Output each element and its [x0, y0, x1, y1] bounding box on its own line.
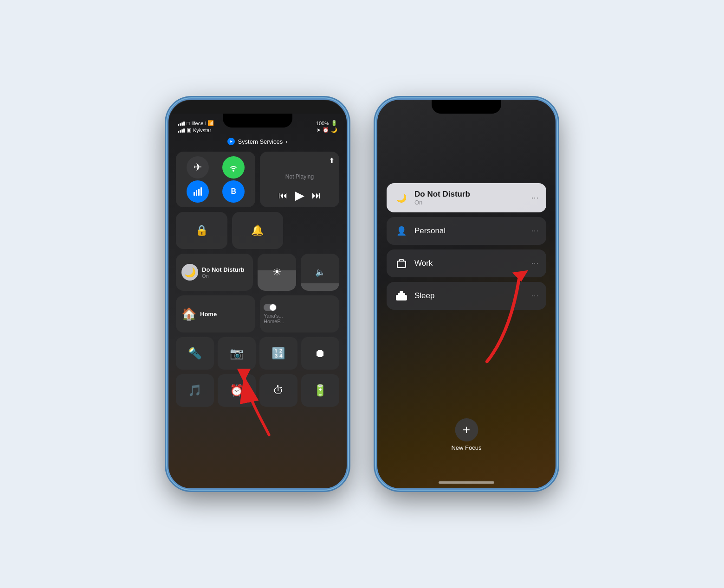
location-icon: ➤ — [317, 127, 321, 133]
battery-icon: 🔋 — [331, 120, 337, 126]
bluetooth-button[interactable]: B — [222, 180, 245, 203]
play-button[interactable]: ▶ — [295, 188, 304, 203]
alarm-icon: ⏰ — [323, 127, 329, 133]
next-button[interactable]: ⏭ — [312, 190, 321, 201]
dnd-more-button[interactable]: ··· — [531, 194, 539, 202]
dnd-focus-label: Do Not Disturb — [414, 190, 526, 199]
personal-focus-icon: 👤 — [394, 224, 409, 238]
sleep-more-button[interactable]: ··· — [531, 292, 539, 300]
moon-icon: 🌙 — [331, 127, 337, 133]
system-services-label: System Services — [238, 138, 283, 145]
svg-rect-2 — [198, 189, 200, 196]
home-indicator-2 — [439, 481, 494, 484]
home-tile[interactable]: 🏠 Home — [176, 295, 255, 332]
media-controls: ⏮ ▶ ⏭ — [265, 188, 335, 203]
personal-focus-label: Personal — [414, 226, 526, 236]
airplane-mode-button[interactable]: ✈ — [187, 156, 209, 179]
notch-1 — [223, 114, 292, 128]
homekit-label: Yana's...HomeP... — [264, 313, 336, 324]
battery-pct: 100% — [316, 121, 329, 126]
row-quick-2: 🎵 ⏰ ⏱ 🔋 — [176, 374, 339, 407]
screen-lock-icon: 🔒 — [195, 224, 208, 236]
svg-rect-0 — [194, 192, 195, 196]
screen-record-tile[interactable]: ⏺ — [301, 337, 339, 370]
shazam-tile[interactable]: 🎵 — [176, 374, 214, 407]
dnd-title: Do Not Disturb — [202, 266, 247, 273]
focus-menu: 🌙 Do Not Disturb On ··· 👤 Personal ··· — [387, 183, 546, 310]
media-tile: ⬆ Not Playing ⏮ ▶ ⏭ — [260, 152, 339, 207]
svg-rect-3 — [200, 187, 202, 196]
signal-bars-1 — [178, 121, 185, 126]
calculator-tile[interactable]: 🔢 — [259, 337, 297, 370]
dnd-moon-icon: 🌙 — [181, 264, 198, 281]
row-quick: 🔦 📷 🔢 ⏺ — [176, 337, 339, 370]
add-focus-icon: + — [455, 418, 478, 441]
row-2: 🔒 🔔 — [176, 212, 339, 249]
focus-bg: 🌙 Do Not Disturb On ··· 👤 Personal ··· — [377, 100, 556, 488]
carrier-1: lifecell — [192, 121, 206, 126]
home-label: Home — [200, 311, 217, 318]
prev-button[interactable]: ⏮ — [278, 190, 288, 201]
notch-2 — [432, 100, 501, 114]
dnd-focus-sublabel: On — [414, 199, 526, 206]
wifi-toggle[interactable] — [222, 156, 245, 179]
connectivity-tile: ✈ — [176, 152, 255, 207]
screen-lock-tile[interactable]: 🔒 — [176, 212, 227, 249]
personal-more-button[interactable]: ··· — [531, 227, 539, 235]
sleep-focus-label: Sleep — [414, 291, 526, 300]
chevron-icon: › — [285, 138, 287, 145]
signal-bars-2 — [178, 128, 185, 133]
cellular-button[interactable] — [187, 180, 209, 203]
svg-rect-6 — [397, 261, 406, 268]
volume-tile[interactable]: 🔈 — [301, 254, 339, 291]
brightness-icon: ☀ — [272, 266, 282, 278]
svg-rect-9 — [400, 291, 403, 294]
clock-tile[interactable]: ⏰ — [218, 374, 256, 407]
do-not-disturb-tile[interactable]: 🌙 Do Not Disturb On — [176, 254, 253, 291]
airplay-icon[interactable]: ⬆ — [329, 156, 335, 165]
focus-item-sleep[interactable]: Sleep ··· — [387, 282, 546, 310]
mute-icon: 🔔 — [251, 224, 264, 236]
phone-2-screen: 🌙 Do Not Disturb On ··· 👤 Personal ··· — [377, 100, 556, 488]
location-arrow-icon: ➤ — [227, 138, 235, 145]
new-focus-button[interactable]: + New Focus — [451, 418, 481, 451]
media-title: Not Playing — [265, 173, 335, 180]
focus-item-personal[interactable]: 👤 Personal ··· — [387, 217, 546, 245]
new-focus-label: New Focus — [451, 444, 481, 451]
work-focus-label: Work — [414, 259, 526, 268]
work-focus-icon — [394, 256, 409, 271]
focus-item-dnd[interactable]: 🌙 Do Not Disturb On ··· — [387, 183, 546, 212]
phone-1-screen: □ lifecell 📶 ▣ Kyivstar 100% — [168, 100, 347, 488]
sleep-focus-icon — [394, 288, 409, 303]
homekit-tile[interactable]: Yana's...HomeP... — [260, 295, 339, 332]
phone-1: □ lifecell 📶 ▣ Kyivstar 100% — [167, 98, 348, 490]
phone-2: 🌙 Do Not Disturb On ··· 👤 Personal ··· — [376, 98, 557, 490]
dnd-subtitle: On — [202, 273, 247, 279]
dnd-focus-icon: 🌙 — [394, 191, 409, 205]
carrier-icon-2: ▣ — [187, 127, 191, 133]
camera-tile[interactable]: 📷 — [218, 337, 256, 370]
flashlight-tile[interactable]: 🔦 — [176, 337, 214, 370]
timer-tile[interactable]: ⏱ — [259, 374, 297, 407]
row-dnd: 🌙 Do Not Disturb On ☀ 🔈 — [176, 254, 339, 291]
carrier-2: Kyivstar — [193, 128, 211, 133]
carrier-icon-1: □ — [187, 121, 190, 126]
battery-widget-tile[interactable]: 🔋 — [301, 374, 339, 407]
work-more-button[interactable]: ··· — [531, 259, 539, 268]
row-home: 🏠 Home Yana's...HomeP... — [176, 295, 339, 332]
mute-tile[interactable]: 🔔 — [232, 212, 284, 249]
system-services-header[interactable]: ➤ System Services › — [168, 136, 347, 147]
volume-icon: 🔈 — [315, 267, 325, 277]
focus-item-work[interactable]: Work ··· — [387, 249, 546, 277]
row-1: ✈ — [176, 152, 339, 207]
wifi-icon: 📶 — [207, 120, 214, 126]
control-center-grid: ✈ — [168, 147, 347, 411]
home-icon: 🏠 — [181, 307, 196, 321]
control-center-bg: □ lifecell 📶 ▣ Kyivstar 100% — [168, 114, 347, 488]
brightness-tile[interactable]: ☀ — [258, 254, 296, 291]
svg-rect-1 — [196, 190, 197, 196]
